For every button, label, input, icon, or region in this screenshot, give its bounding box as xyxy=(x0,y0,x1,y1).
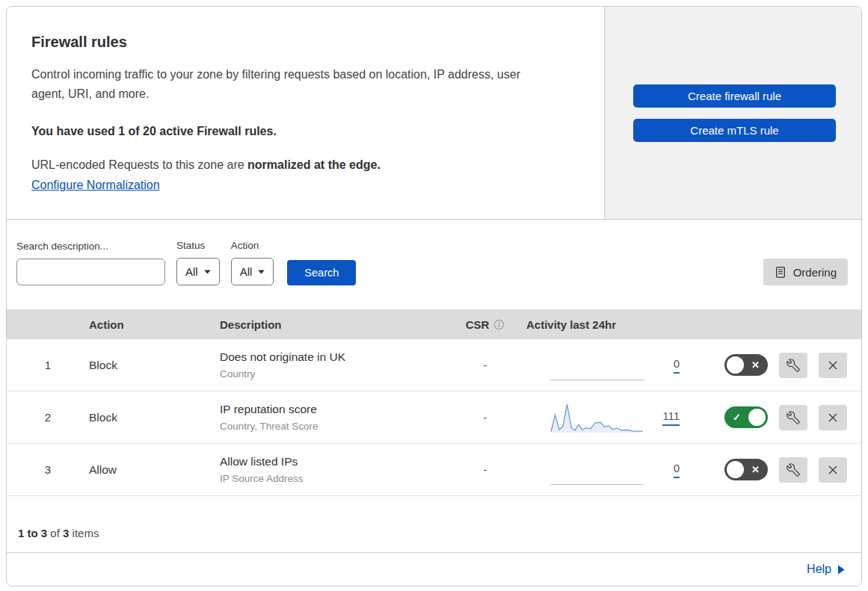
status-select[interactable]: All xyxy=(176,258,220,285)
normalization-note: URL-encoded Requests to this zone are no… xyxy=(31,158,574,172)
activity-column-header: Activity last 24hr xyxy=(523,318,704,331)
rule-priority: 2 xyxy=(7,411,74,424)
table-row: 2 Block IP reputation score Country, Thr… xyxy=(7,392,861,444)
status-selected-value: All xyxy=(185,265,198,278)
rule-csr: - xyxy=(448,411,523,424)
activity-count-value: 0 xyxy=(674,357,680,374)
toggle-knob xyxy=(727,356,744,374)
ordering-button[interactable]: Ordering xyxy=(763,259,848,285)
delete-rule-button[interactable] xyxy=(819,457,847,483)
edit-rule-button[interactable] xyxy=(779,405,807,430)
action-selected-value: All xyxy=(240,265,253,278)
configure-normalization-link[interactable]: Configure Normalization xyxy=(31,179,160,192)
table-body: 1 Block Does not originate in UK Country… xyxy=(7,339,861,496)
close-icon xyxy=(826,359,840,372)
search-input-wrapper[interactable] xyxy=(16,259,165,285)
rule-action: Allow xyxy=(74,463,205,477)
total-count: 3 xyxy=(63,527,69,539)
header-text-block: Firewall rules Control incoming traffic … xyxy=(7,7,604,219)
toggle-knob xyxy=(748,409,766,426)
search-button[interactable]: Search xyxy=(287,260,356,285)
create-mtls-rule-button[interactable]: Create mTLS rule xyxy=(633,119,836,142)
chevron-down-icon xyxy=(204,270,211,274)
rule-enabled-toggle[interactable]: ✓ ✕ xyxy=(724,406,768,428)
page-title: Firewall rules xyxy=(31,34,574,51)
check-icon: ✓ xyxy=(733,406,741,428)
edit-rule-button[interactable] xyxy=(779,457,807,483)
table-header: Action Description CSR Activity last 24h… xyxy=(7,309,861,339)
actions-panel: Create firewall rule Create mTLS rule xyxy=(604,7,861,219)
action-label: Action xyxy=(231,240,274,251)
help-link[interactable]: Help xyxy=(807,563,845,576)
activity-sparkline xyxy=(550,349,644,382)
rule-priority: 3 xyxy=(7,463,74,476)
header-section: Firewall rules Control incoming traffic … xyxy=(7,7,861,220)
table-row: 1 Block Does not originate in UK Country… xyxy=(7,339,861,392)
rule-csr: - xyxy=(448,359,523,371)
delete-rule-button[interactable] xyxy=(819,353,847,378)
search-label: Search description... xyxy=(16,241,165,252)
normalization-text: URL-encoded Requests to this zone are xyxy=(31,158,247,171)
x-icon: ✕ xyxy=(751,459,760,480)
search-input[interactable] xyxy=(28,266,176,279)
activity-count-value: 111 xyxy=(662,409,680,426)
rule-fields: Country xyxy=(220,368,448,380)
activity-count-value: 0 xyxy=(674,462,680,478)
rule-enabled-toggle[interactable]: ✓ ✕ xyxy=(724,354,768,376)
close-icon xyxy=(826,411,840,424)
activity-sparkline xyxy=(550,401,644,434)
description-column-header: Description xyxy=(205,318,448,331)
rule-priority: 1 xyxy=(7,359,74,371)
range-text: 1 to 3 xyxy=(18,527,47,539)
close-icon xyxy=(826,463,840,477)
ordering-button-label: Ordering xyxy=(793,266,837,279)
wrench-icon xyxy=(787,359,800,372)
pagination-summary: 1 to 3 of 3 items xyxy=(7,496,861,552)
rule-fields: Country, Threat Score xyxy=(220,421,448,432)
wrench-icon xyxy=(787,463,800,477)
activity-count-link[interactable]: 0 xyxy=(657,357,680,374)
help-bar: Help xyxy=(7,552,861,586)
normalization-bold-text: normalized at the edge. xyxy=(247,158,381,171)
rule-description[interactable]: IP reputation score xyxy=(220,403,448,416)
rule-csr: - xyxy=(448,463,523,476)
delete-rule-button[interactable] xyxy=(819,405,847,430)
csr-header-label: CSR xyxy=(466,318,490,331)
rule-action: Block xyxy=(74,411,205,424)
ordering-icon xyxy=(775,266,787,279)
rule-action: Block xyxy=(74,359,205,372)
activity-count-link[interactable]: 111 xyxy=(657,409,680,426)
rule-enabled-toggle[interactable]: ✓ ✕ xyxy=(724,459,768,480)
help-link-label: Help xyxy=(807,563,831,576)
arrow-right-icon xyxy=(837,565,845,575)
rule-fields: IP Source Address xyxy=(220,473,448,484)
table-row: 3 Allow Allow listed IPs IP Source Addre… xyxy=(7,444,861,496)
action-column-header: Action xyxy=(74,318,205,331)
usage-summary: You have used 1 of 20 active Firewall ru… xyxy=(31,125,574,138)
items-text: items xyxy=(69,527,99,539)
csr-column-header: CSR xyxy=(448,318,523,331)
chevron-down-icon xyxy=(258,270,265,274)
x-icon: ✕ xyxy=(751,354,760,376)
of-text: of xyxy=(47,527,63,539)
rule-description[interactable]: Allow listed IPs xyxy=(220,455,448,468)
wrench-icon xyxy=(787,411,800,424)
status-label: Status xyxy=(176,240,220,251)
activity-sparkline xyxy=(550,454,644,486)
info-icon[interactable] xyxy=(493,319,505,330)
toggle-knob xyxy=(727,461,744,478)
filter-bar: Search description... Status All Action … xyxy=(7,220,861,309)
rule-description[interactable]: Does not originate in UK xyxy=(220,350,448,364)
activity-count-link[interactable]: 0 xyxy=(657,462,680,478)
edit-rule-button[interactable] xyxy=(779,353,807,378)
create-firewall-rule-button[interactable]: Create firewall rule xyxy=(633,84,836,108)
action-select[interactable]: All xyxy=(231,258,274,285)
firewall-rules-panel: Firewall rules Control incoming traffic … xyxy=(6,6,862,587)
page-description: Control incoming traffic to your zone by… xyxy=(31,65,555,104)
